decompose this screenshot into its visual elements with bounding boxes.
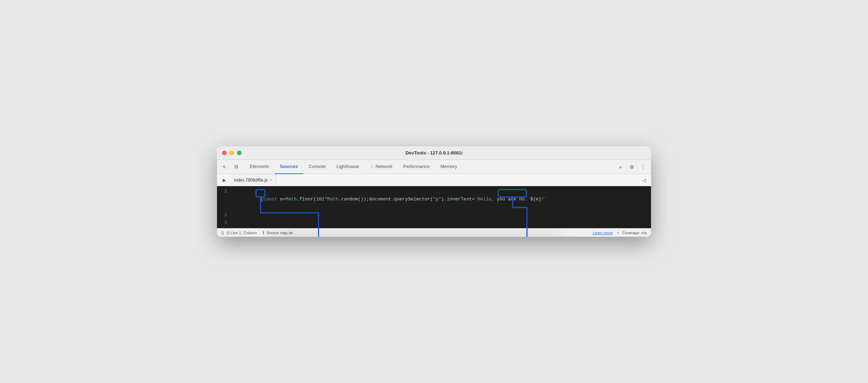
- source-map-info: ℹ Source map de: [263, 230, 293, 235]
- outer-status-bar: {} {} Line 1, Column ℹ Source map de Lea…: [217, 228, 651, 237]
- toolbar-right-controls: » ⚙ ⋮: [615, 162, 648, 172]
- outer-code-line-1: 1 {const e=Math.floor(101*Math.random())…: [217, 188, 651, 211]
- learn-more-link[interactable]: Learn more: [593, 231, 613, 235]
- inner-devtools-window: DevTools - 127.0.0.1:8081/ ↖ ⧉ Elements …: [274, 236, 559, 237]
- more-tabs-button[interactable]: »: [615, 162, 625, 172]
- settings-button[interactable]: ⚙: [627, 162, 637, 172]
- tab-lighthouse[interactable]: Lighthouse: [331, 160, 364, 174]
- outer-status-right: Learn more × Coverage: n/a: [593, 231, 647, 235]
- gear-icon: ⚙: [630, 164, 634, 170]
- dots-icon: ⋮: [641, 164, 646, 170]
- outer-toolbar: ↖ ⧉ Elements Sources Console Lighthouse …: [217, 160, 651, 174]
- learn-more-close[interactable]: ×: [617, 231, 619, 235]
- cursor-icon: ↖: [223, 164, 227, 170]
- outer-file-tab[interactable]: index.7808df6e.js ×: [231, 174, 276, 186]
- tab-memory[interactable]: Memory: [435, 160, 462, 174]
- warning-icon: ⚠: [370, 164, 374, 169]
- bracket-icon: {}: [221, 231, 224, 235]
- maximize-button[interactable]: [237, 151, 242, 155]
- outer-title-bar: DevTools - 127.0.0.1:8081/: [217, 146, 651, 160]
- outer-file-tab-bar: ▶ index.7808df6e.js × ◁: [217, 174, 651, 186]
- outer-line-col: {} Line 1, Column: [227, 231, 257, 235]
- layers-icon: ⧉: [234, 164, 238, 170]
- close-button[interactable]: [222, 151, 227, 155]
- outer-code-area: 1 {const e=Math.floor(101*Math.random())…: [217, 186, 651, 228]
- info-icon: ℹ: [263, 230, 264, 235]
- tab-sources-outer[interactable]: Sources: [275, 160, 303, 174]
- outer-code-line-3: 3: [217, 219, 651, 227]
- chevron-right-icon: »: [619, 164, 622, 170]
- cursor-tool-button[interactable]: ↖: [220, 162, 230, 172]
- outer-code-container: 1 {const e=Math.floor(101*Math.random())…: [217, 186, 651, 228]
- outer-file-name: index.7808df6e.js: [234, 178, 268, 183]
- layers-tool-button[interactable]: ⧉: [231, 162, 241, 172]
- inner-title-bar: DevTools - 127.0.0.1:8081/: [274, 236, 559, 237]
- outer-file-close[interactable]: ×: [270, 178, 272, 182]
- outer-code-line-2: 2: [217, 211, 651, 219]
- toolbar-icons: ↖ ⧉: [220, 162, 241, 172]
- outer-status-left: {} {} Line 1, Column: [221, 231, 257, 235]
- tab-elements[interactable]: Elements: [245, 160, 274, 174]
- window-controls: [222, 151, 242, 155]
- tab-network[interactable]: ⚠ Network: [365, 160, 398, 174]
- outer-coverage: Coverage: n/a: [622, 231, 647, 235]
- tab-performance[interactable]: Performance: [398, 160, 435, 174]
- more-options-button[interactable]: ⋮: [638, 162, 648, 172]
- outer-window-title: DevTools - 127.0.0.1:8081/: [405, 150, 463, 156]
- collapse-panel-button[interactable]: ◁: [640, 176, 648, 184]
- tab-console[interactable]: Console: [304, 160, 331, 174]
- file-toggle-button[interactable]: ▶: [220, 176, 228, 184]
- source-map-text: Source map de: [267, 231, 293, 235]
- minimize-button[interactable]: [229, 151, 234, 155]
- outer-devtools-window: DevTools - 127.0.0.1:8081/ ↖ ⧉ Elements …: [217, 146, 651, 237]
